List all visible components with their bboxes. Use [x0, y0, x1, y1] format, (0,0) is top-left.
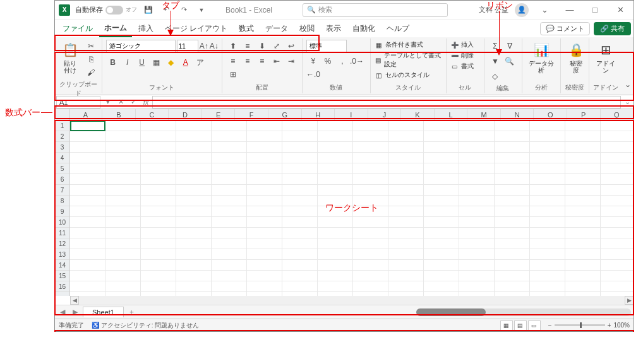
row-header[interactable]: 5 — [55, 163, 69, 174]
row-header[interactable]: 2 — [55, 131, 69, 142]
insert-function-icon[interactable]: fx — [140, 96, 152, 109]
row-header[interactable]: 14 — [55, 260, 69, 271]
font-name-select[interactable] — [106, 40, 176, 52]
cell-styles-button[interactable]: ◫セルのスタイル — [375, 70, 442, 80]
sheet-nav-prev-icon[interactable]: ◀ — [57, 308, 68, 316]
select-all-corner[interactable] — [55, 109, 69, 120]
font-size-select[interactable] — [177, 40, 198, 52]
col-header[interactable]: J — [368, 109, 402, 120]
col-header[interactable]: H — [302, 109, 335, 120]
tab-insert[interactable]: 挿入 — [133, 21, 159, 37]
orientation-icon[interactable]: ⤢ — [270, 40, 284, 52]
formula-input[interactable] — [152, 96, 621, 109]
row-header[interactable]: 10 — [55, 217, 69, 228]
view-page-layout-icon[interactable]: ▤ — [514, 320, 527, 331]
zoom-in-icon[interactable]: + — [608, 322, 611, 329]
zoom-out-icon[interactable]: − — [548, 322, 552, 329]
scroll-right-icon[interactable]: ▶ — [625, 296, 634, 305]
autosave-toggle[interactable]: 自動保存 オフ — [75, 5, 137, 15]
row-header[interactable]: 6 — [55, 174, 69, 185]
row-header[interactable]: 4 — [55, 153, 69, 163]
zoom-slider[interactable] — [555, 324, 605, 326]
addins-button[interactable]: ⊞ アドイン — [593, 40, 618, 75]
row-header[interactable]: 16 — [55, 281, 69, 292]
decrease-font-icon[interactable]: A↓ — [210, 40, 219, 52]
increase-decimal-icon[interactable]: .0→ — [350, 55, 364, 68]
col-header[interactable]: D — [169, 109, 202, 120]
decrease-indent-icon[interactable]: ⇤ — [270, 55, 284, 68]
sheet-tab[interactable]: Sheet1 — [83, 307, 124, 317]
col-header[interactable]: Q — [601, 109, 634, 120]
save-icon[interactable]: 💾 — [142, 4, 155, 16]
col-header[interactable]: P — [567, 109, 601, 120]
sheet-horizontal-scrollbar[interactable] — [416, 308, 631, 316]
wrap-text-icon[interactable]: ↩ — [284, 40, 298, 52]
row-header[interactable]: 7 — [55, 185, 69, 196]
merge-cells-icon[interactable]: ⊞ — [226, 68, 240, 81]
minimize-button[interactable]: — — [560, 2, 579, 18]
col-header[interactable]: C — [136, 109, 169, 120]
row-header[interactable]: 12 — [55, 238, 69, 249]
tab-view[interactable]: 表示 — [321, 21, 346, 37]
format-painter-icon[interactable]: 🖌 — [84, 66, 98, 79]
scrollbar-thumb[interactable] — [416, 308, 486, 316]
tab-review[interactable]: 校閲 — [294, 21, 320, 37]
sort-filter-icon[interactable]: ᐁ — [503, 40, 517, 52]
col-header[interactable]: G — [268, 109, 302, 120]
decrease-decimal-icon[interactable]: ←.0 — [306, 68, 320, 81]
comma-icon[interactable]: , — [335, 55, 349, 68]
percent-icon[interactable]: % — [321, 55, 335, 68]
clear-icon[interactable]: ◇ — [488, 70, 502, 83]
row-header[interactable]: 15 — [55, 271, 69, 281]
status-accessibility[interactable]: ♿ アクセシビリティ: 問題ありません — [92, 321, 199, 330]
align-right-icon[interactable]: ≡ — [255, 55, 269, 68]
search-box[interactable]: 🔍 検索 — [303, 3, 448, 17]
copy-icon[interactable]: ⎘ — [84, 53, 98, 66]
close-button[interactable]: ✕ — [611, 2, 630, 18]
horizontal-scrollbar[interactable]: ◀ ▶ — [55, 296, 634, 305]
scroll-left-icon[interactable]: ◀ — [70, 296, 79, 305]
zoom-level[interactable]: 100% — [613, 322, 630, 329]
align-middle-icon[interactable]: ≡ — [241, 40, 255, 52]
col-header[interactable]: K — [401, 109, 435, 120]
align-center-icon[interactable]: ≡ — [241, 55, 255, 68]
find-select-icon[interactable]: 🔍 — [503, 55, 517, 68]
col-header[interactable]: L — [435, 109, 468, 120]
tab-automate[interactable]: 自動化 — [347, 21, 380, 37]
underline-button[interactable]: U — [135, 56, 149, 69]
tab-file[interactable]: ファイル — [57, 21, 98, 37]
qat-dropdown-icon[interactable]: ▼ — [195, 4, 208, 16]
row-header[interactable]: 13 — [55, 249, 69, 260]
delete-cells-button[interactable]: ➖削除 — [450, 50, 474, 61]
row-header[interactable]: 11 — [55, 228, 69, 238]
col-header[interactable]: E — [202, 109, 236, 120]
cut-icon[interactable]: ✂ — [84, 40, 98, 52]
col-header[interactable]: N — [501, 109, 534, 120]
data-analysis-button[interactable]: 📊 データ分析 — [526, 40, 556, 75]
redo-icon[interactable]: ↷ — [177, 4, 190, 16]
tab-data[interactable]: データ — [260, 21, 293, 37]
comments-button[interactable]: 💬コメント — [540, 22, 590, 35]
row-header[interactable]: 8 — [55, 196, 69, 206]
currency-icon[interactable]: ¥ — [306, 55, 320, 68]
number-format-select[interactable] — [306, 40, 347, 52]
user-avatar-icon[interactable]: 👤 — [515, 3, 529, 17]
conditional-formatting-button[interactable]: ▦条件付き書式 — [375, 40, 442, 50]
fill-icon[interactable]: ▼ — [488, 55, 502, 68]
fill-color-icon[interactable]: ◆ — [164, 56, 178, 69]
align-top-icon[interactable]: ⬆ — [226, 40, 240, 52]
row-header[interactable]: 9 — [55, 206, 69, 217]
tab-help[interactable]: ヘルプ — [382, 21, 414, 37]
add-sheet-button[interactable]: ＋ — [126, 307, 138, 317]
name-box[interactable]: A1 — [56, 96, 100, 109]
col-header[interactable]: M — [467, 109, 501, 120]
view-page-break-icon[interactable]: ▭ — [528, 320, 541, 331]
zoom-control[interactable]: − + 100% — [548, 322, 630, 329]
expand-formula-bar-icon[interactable]: ⌄ — [621, 96, 634, 109]
bold-button[interactable]: B — [106, 56, 120, 69]
cell-grid[interactable]: ワークシート — [70, 120, 634, 296]
italic-button[interactable]: I — [121, 56, 135, 69]
view-normal-icon[interactable]: ▦ — [500, 320, 513, 331]
row-header[interactable]: 1 — [55, 120, 69, 131]
border-icon[interactable]: ▦ — [150, 56, 164, 69]
